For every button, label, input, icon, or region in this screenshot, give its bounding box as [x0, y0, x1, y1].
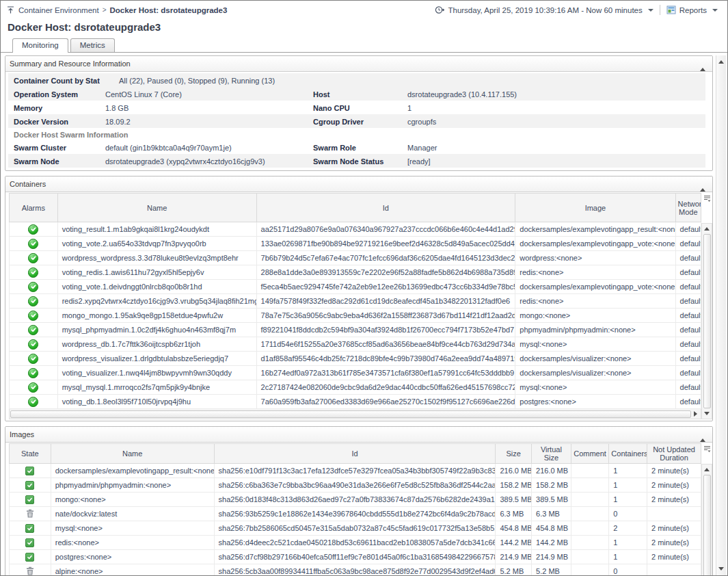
column-header-containers[interactable]: Containers [609, 444, 647, 464]
image-name: phpmyadmin/phpmyadmin:<none> [51, 478, 214, 493]
image-row[interactable]: mysql:<none> sha256:7bb2586065cd50457e31… [10, 521, 701, 536]
collapse-panel-icon[interactable] [699, 429, 707, 440]
column-header-name[interactable]: Name [51, 444, 214, 464]
column-header-image[interactable]: Image [515, 194, 675, 222]
image-id: sha256:d7cf98b297166b40efca50ff11ef9c7e8… [214, 550, 496, 564]
image-id: sha256:d4deec2c521cdae0450218bd53c69611b… [214, 536, 496, 550]
container-image: phpmyadmin/phpmyadmin:<none> [515, 323, 675, 337]
up-level-icon[interactable] [6, 5, 15, 14]
summary-value: Manager [402, 142, 705, 153]
column-header-id[interactable]: Id [256, 194, 515, 222]
image-state-cell [10, 464, 51, 478]
image-row[interactable]: postgres:<none> sha256:d7cf98b297166b40e… [10, 550, 701, 564]
container-id: 1711d54e6f15255a20e37685ccf85ad6a3656bea… [256, 337, 515, 352]
image-id: sha256:c6ba363e7c9bba3bc96aa490e31da3e26… [214, 478, 496, 493]
swarm-rows: Swarm Cluster default (gin1b9kbtca0a4q9r… [8, 140, 705, 168]
image-state-cell [10, 550, 51, 564]
normal-alarm-icon[interactable] [28, 282, 38, 292]
summary-label: Cgroup Driver [308, 116, 402, 127]
summary-label: Swarm Node [8, 155, 100, 167]
column-header-network-mode[interactable]: Network Mode [675, 194, 701, 222]
horizontal-scrollbar[interactable] [9, 409, 701, 419]
image-id: sha256:0d183f48c313d863d26aed97c27a0fb73… [214, 493, 496, 507]
column-header-name[interactable]: Name [57, 194, 256, 222]
column-header-comment[interactable]: Comment [571, 444, 609, 464]
image-virtual-size: 5.2 MB [532, 564, 571, 576]
normal-alarm-icon[interactable] [28, 397, 38, 407]
container-alarm-cell [10, 366, 58, 380]
container-row[interactable]: wordpress_wordpress.3.3d78lukeu8t9evlzq3… [10, 251, 701, 265]
images-panel-title: Images [10, 430, 34, 438]
column-header-not-updated-duration[interactable]: Not Updated Duration [647, 444, 701, 464]
normal-alarm-icon[interactable] [28, 267, 38, 278]
vertical-scrollbar[interactable] [701, 223, 712, 419]
image-row[interactable]: nate/dockviz:latest sha256:93b5259c1e188… [10, 507, 701, 521]
vertical-scrollbar[interactable] [701, 464, 712, 575]
image-not-updated-duration [647, 564, 701, 576]
normal-alarm-icon[interactable] [28, 339, 38, 350]
column-header-alarms[interactable]: Alarms [10, 194, 58, 222]
image-virtual-size: 144.2 MB [532, 536, 571, 550]
tab-metrics[interactable]: Metrics [70, 38, 115, 52]
image-id: sha256:7bb2586065cd50457e315a5dab0732a87… [214, 521, 496, 536]
container-row[interactable]: voting_vote.2.ua654o33tdvqp7fn3pvyqo0rb … [10, 237, 701, 251]
image-row[interactable]: mongo:<none> sha256:0d183f48c313d863d26a… [10, 493, 701, 507]
table-customizer-icon[interactable] [701, 443, 712, 464]
container-row[interactable]: voting_visualizer.1.nwq4l4jm8bwpyvmh9wn3… [10, 366, 701, 380]
container-id: f5eca4b5aec9294745fe742a2eb9e12ee26b1369… [256, 280, 515, 294]
container-name: mysql_mysql.1.mrroqco2fs7qm5pjk9y4bnjke [57, 380, 256, 395]
scroll-down-button[interactable] [717, 564, 726, 573]
reports-menu-button[interactable]: Reports [666, 5, 718, 14]
scroll-up-button[interactable] [703, 465, 712, 474]
container-row[interactable]: voting_result.1.m1ab9gkqai8l1krg24oudykd… [10, 222, 701, 237]
scrollbar-thumb[interactable] [703, 234, 711, 408]
container-row[interactable]: mongo_mongo.1.95ak9qe8gp158etdue4pwfu2w … [10, 309, 701, 323]
summary-label: Operation System [8, 88, 100, 100]
container-image: dockersamples/examplevotingapp_vote:<non… [515, 237, 675, 251]
container-image: mysql:<none> [515, 337, 675, 352]
scroll-up-button[interactable] [717, 57, 726, 66]
container-row[interactable]: voting_vote.1.deivdnggt0nlrcb8qo0b8r1hd … [10, 280, 701, 294]
container-row[interactable]: voting_redis.1.awis611hu72gyxl5hl5epjy6v… [10, 265, 701, 280]
breadcrumb-container-environment[interactable]: Container Environment [18, 6, 99, 14]
normal-alarm-icon[interactable] [28, 253, 38, 263]
reports-icon [666, 5, 676, 14]
column-header-id[interactable]: Id [214, 444, 496, 464]
normal-alarm-icon[interactable] [28, 368, 38, 378]
container-name: voting_result.1.m1ab9gkqai8l1krg24oudykd… [57, 222, 256, 237]
image-row[interactable]: phpmyadmin/phpmyadmin:<none> sha256:c6ba… [10, 478, 701, 493]
timerange-selector[interactable]: Thursday, April 25, 2019 10:39:16 AM - N… [435, 5, 653, 14]
scroll-right-button[interactable] [691, 410, 700, 419]
container-alarm-cell [10, 280, 58, 294]
container-row[interactable]: mysql_phpmyadmin.1.0c2dfj4k6ghuo4n463mf8… [10, 323, 701, 337]
container-row[interactable]: voting_db.1.8eol3l95f710l50jrvpq4j9hu 7a… [10, 395, 701, 409]
column-header-state[interactable]: State [10, 444, 51, 464]
image-row[interactable]: alpine:<none> sha256:5cb3aa00f89934411ff… [10, 564, 701, 576]
normal-alarm-icon[interactable] [28, 354, 38, 364]
summary-value: cgroupfs [402, 116, 705, 127]
normal-alarm-icon[interactable] [28, 239, 38, 249]
table-customizer-icon[interactable] [701, 193, 712, 223]
page-scrollbar[interactable] [716, 55, 726, 575]
image-comment [571, 493, 609, 507]
normal-alarm-icon[interactable] [28, 382, 38, 393]
image-row[interactable]: dockersamples/examplevotingapp_result:<n… [10, 464, 701, 478]
collapse-panel-icon[interactable] [699, 58, 707, 69]
tab-monitoring[interactable]: Monitoring [12, 38, 68, 53]
scroll-up-button[interactable] [703, 224, 712, 233]
scrollbar-thumb[interactable] [703, 475, 711, 575]
image-row[interactable]: redis:<none> sha256:d4deec2c521cdae04502… [10, 536, 701, 550]
scroll-down-button[interactable] [703, 409, 712, 418]
container-row[interactable]: mysql_mysql.1.mrroqco2fs7qm5pjk9y4bnjke … [10, 380, 701, 395]
scrollbar-thumb[interactable] [10, 410, 691, 418]
normal-alarm-icon[interactable] [28, 224, 38, 235]
container-row[interactable]: redis2.xypq2vtwrx4cztdyo16cjg9v3.vrubg5q… [10, 294, 701, 309]
container-row[interactable]: wordpress_db.1.7c7fttk36oijtcspb6zr1tjoh… [10, 337, 701, 352]
column-header-virtual-size[interactable]: Virtual Size [532, 444, 571, 464]
normal-alarm-icon[interactable] [28, 311, 38, 321]
container-row[interactable]: wordpress_visualizer.1.drlgdbtulabsbze5e… [10, 352, 701, 366]
column-header-size[interactable]: Size [496, 444, 532, 464]
normal-alarm-icon[interactable] [28, 325, 38, 335]
collapse-panel-icon[interactable] [699, 179, 707, 189]
normal-alarm-icon[interactable] [28, 296, 38, 306]
